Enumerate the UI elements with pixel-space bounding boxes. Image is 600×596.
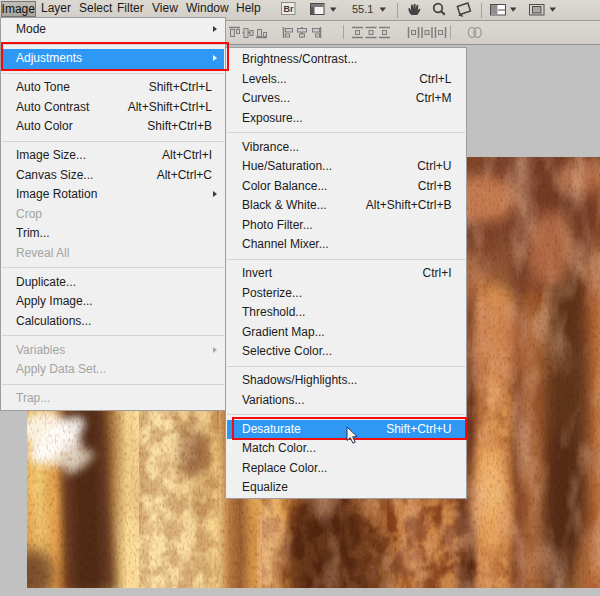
svg-text:Br: Br: [284, 4, 294, 14]
svg-text:55.1: 55.1: [352, 3, 373, 15]
